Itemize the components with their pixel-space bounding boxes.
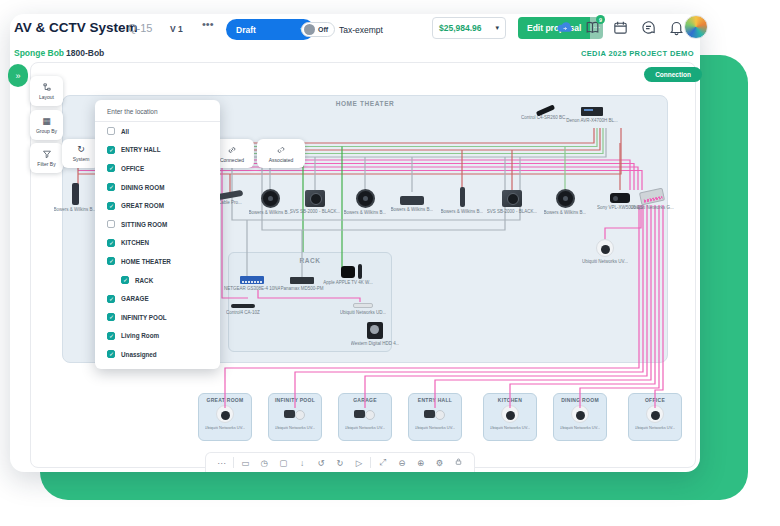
location-option-rack[interactable]: RACK (95, 271, 220, 290)
switch-icon (240, 276, 264, 284)
power-conditioner-icon (290, 277, 314, 284)
room-entry-hall[interactable]: ENTRY HALLUbiquiti Networks UV... (408, 393, 462, 441)
group-by-button[interactable]: ▦ Group By (30, 110, 63, 140)
device-network-switch[interactable]: Ubiquiti Networks G... (624, 190, 680, 210)
checkbox-icon[interactable] (107, 127, 115, 135)
checkbox-icon[interactable] (107, 146, 115, 154)
checkbox-icon[interactable] (107, 164, 115, 172)
more-menu-icon[interactable]: ••• (202, 18, 214, 30)
room-great-room[interactable]: GREAT ROOMUbiquiti Networks UV... (198, 393, 252, 441)
zoom-in-icon[interactable]: ⊕ (411, 458, 430, 468)
location-option-entry-hall[interactable]: ENTRY HALL (95, 141, 220, 160)
location-option-garage[interactable]: GARAGE (95, 289, 220, 308)
room-dining-room[interactable]: DINING ROOMUbiquiti Networks UV... (553, 393, 607, 441)
room-infinity-pool[interactable]: INFINITY POOLUbiquiti Networks UV... (268, 393, 322, 441)
project-tag: CEDIA 2025 PROJECT DEMO (450, 49, 694, 58)
location-filter-placeholder[interactable]: Enter the location (95, 100, 220, 122)
catalog-book-icon[interactable]: 9 (584, 19, 601, 36)
connection-button[interactable]: Connection (644, 67, 702, 82)
checkbox-icon[interactable] (107, 257, 115, 265)
checkbox-icon[interactable] (107, 332, 115, 340)
more-icon[interactable]: ⋯ (212, 458, 231, 468)
tax-exempt-label: Tax-exempt (339, 25, 383, 35)
zone-rack-label: RACK (228, 257, 392, 264)
toggle-state-label: Off (318, 26, 328, 33)
client-name-link[interactable]: Sponge Bob (14, 48, 64, 58)
device-dome-camera[interactable]: Ubiquiti Networks UV... (577, 239, 633, 264)
expand-icon[interactable]: ⤢ (373, 457, 392, 468)
device-netgear-switch[interactable]: NETGEAR GS308E-4 10NAS (224, 276, 280, 291)
link-icon (227, 145, 237, 155)
switch-icon (639, 188, 665, 206)
location-filter-dropdown: Enter the location All ENTRY HALL OFFICE… (95, 100, 220, 369)
room-garage[interactable]: GARAGEUbiquiti Networks UV... (338, 393, 392, 441)
total-price-dropdown[interactable]: $25,984.96 ▾ (432, 17, 506, 39)
room-kitchen[interactable]: KITCHENUbiquiti Networks UV... (483, 393, 537, 441)
folder-icon[interactable]: ▭ (236, 458, 255, 468)
settings-icon[interactable]: ⚙ (430, 458, 449, 468)
send-icon[interactable]: ▷ (349, 458, 368, 468)
speaker-icon (356, 189, 375, 208)
filter-by-button[interactable]: Filter By (30, 143, 63, 173)
device-av-receiver[interactable]: Denon AVR-X4700H BL... (564, 107, 620, 123)
access-point-icon (353, 303, 373, 308)
bullet-camera-icon (284, 409, 306, 419)
soundbar-icon (217, 190, 244, 200)
calendar-icon[interactable] (612, 19, 629, 36)
comments-icon[interactable] (640, 19, 657, 36)
checkbox-icon[interactable] (107, 295, 115, 303)
checkbox-icon[interactable] (121, 276, 129, 284)
checkbox-icon[interactable] (107, 350, 115, 358)
device-access-point[interactable]: Ubiquiti Networks UD... (335, 303, 391, 315)
file-icon[interactable]: ▢ (274, 458, 293, 468)
layout-button[interactable]: Layout (30, 76, 63, 106)
tax-toggle[interactable]: Off (301, 22, 335, 37)
device-apple-tv[interactable]: Apple APPLE TV 4K W... (320, 266, 376, 285)
location-option-dining-room[interactable]: DINING ROOM (95, 178, 220, 197)
history-icon[interactable]: ◷ (255, 458, 274, 468)
location-option-all[interactable]: All (95, 122, 220, 141)
device-slim-speaker[interactable]: Bowers & Wilkins B... (434, 187, 490, 214)
device-round-speaker[interactable]: Bowers & Wilkins B... (537, 189, 593, 215)
undo-icon[interactable]: ↺ (312, 458, 331, 468)
sidebar-collapse-button[interactable]: » (8, 64, 28, 87)
speaker-icon (460, 187, 465, 207)
avatar[interactable] (684, 15, 708, 39)
location-option-infinity-pool[interactable]: INFINITY POOL (95, 308, 220, 327)
location-option-home-theater[interactable]: HOME THEATER (95, 252, 220, 271)
checkbox-icon[interactable] (107, 183, 115, 191)
checkbox-icon[interactable] (107, 202, 115, 210)
location-option-office[interactable]: OFFICE (95, 159, 220, 178)
device-subwoofer[interactable]: SVS SB-2000 - BLACK... (484, 190, 540, 214)
device-control4-controller[interactable]: Control4 CA-10Z (215, 304, 271, 315)
page-title: AV & CCTV System (14, 20, 138, 35)
location-option-living-room[interactable]: Living Room (95, 327, 220, 346)
dome-camera-icon (596, 239, 614, 257)
download-icon[interactable]: ↓ (293, 458, 312, 468)
location-option-kitchen[interactable]: KITCHEN (95, 234, 220, 253)
location-option-unassigned[interactable]: Unassigned (95, 345, 220, 364)
checkbox-icon[interactable] (107, 239, 115, 247)
canvas-toolbar: ⋯ ▭ ◷ ▢ ↓ ↺ ↻ ▷ ⤢ ⊖ ⊕ ⚙ (205, 452, 475, 472)
device-hard-drive[interactable]: Western Digital HDD 4... (347, 322, 403, 346)
layout-icon (42, 82, 52, 92)
associated-button[interactable]: Associated (257, 139, 305, 168)
dome-camera-icon (501, 405, 519, 423)
location-option-sitting-room[interactable]: SITTING ROOM (95, 215, 220, 234)
device-center-speaker[interactable]: Bowers & Wilkins B... (384, 196, 440, 212)
checkbox-icon[interactable] (107, 313, 115, 321)
filter-icon (42, 149, 52, 159)
location-option-great-room[interactable]: GREAT ROOM (95, 196, 220, 215)
checkbox-icon[interactable] (107, 220, 115, 228)
version-label[interactable]: V 1 (170, 24, 183, 34)
room-office[interactable]: OFFICEUbiquiti Networks UV... (628, 393, 682, 441)
zoom-out-icon[interactable]: ⊖ (392, 458, 411, 468)
speaker-icon (400, 196, 424, 205)
bell-icon[interactable] (668, 19, 685, 36)
dome-camera-icon (646, 405, 664, 423)
cloud-sync-icon[interactable] (556, 19, 573, 36)
header-icon-group: 9 (556, 19, 685, 36)
lock-icon[interactable] (449, 457, 468, 468)
device-subwoofer[interactable]: SVS SB-2000 - BLACK... (287, 190, 343, 214)
redo-icon[interactable]: ↻ (331, 458, 350, 468)
